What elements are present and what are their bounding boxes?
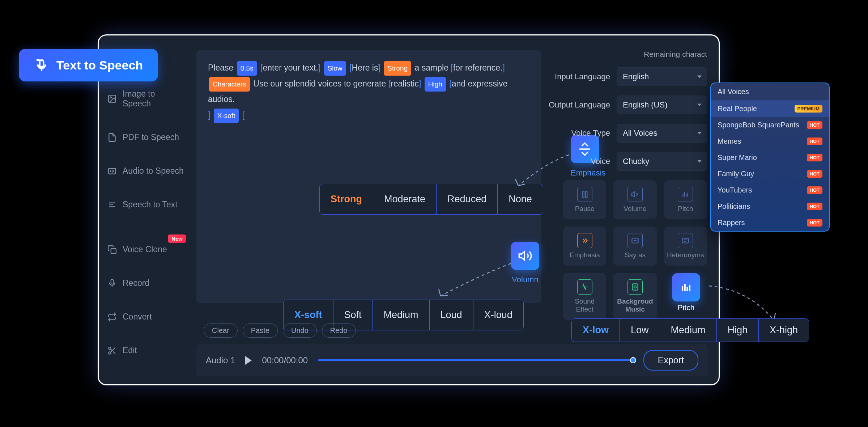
tool-icon: [577, 187, 592, 202]
high-chip[interactable]: High: [425, 77, 446, 92]
voice-item-real-people[interactable]: Real PeoplePREMIUM: [711, 101, 829, 117]
field-select-output-language[interactable]: English (US): [617, 96, 707, 114]
pitch-opt-low[interactable]: Low: [620, 319, 660, 342]
tool-sound-effect[interactable]: Sound Effect: [563, 273, 606, 320]
pitch-opt-high[interactable]: High: [717, 319, 759, 342]
voice-item-tag: HOT: [807, 121, 822, 129]
voice-item-tag: HOT: [807, 203, 822, 210]
export-button[interactable]: Export: [643, 350, 698, 371]
tool-volume[interactable]: Volume: [613, 180, 656, 219]
audio-name: Audio 1: [206, 355, 235, 365]
svg-point-6: [109, 352, 111, 354]
voice-dropdown-header[interactable]: All Voices: [711, 83, 829, 101]
tool-icon: [678, 187, 693, 202]
text-editor[interactable]: Please 0.5s [enter your text.] Slow [Her…: [196, 50, 541, 303]
voice-item-youtubers[interactable]: YouTubersHOT: [711, 182, 829, 198]
field-label: Voice Type: [545, 128, 610, 138]
chars-chip[interactable]: Characters: [209, 77, 250, 92]
sidebar-label: PDF to Speech: [123, 132, 179, 142]
strong-chip[interactable]: Strong: [384, 61, 411, 76]
voice-item-tag: HOT: [807, 138, 822, 145]
voice-item-politicians[interactable]: PoliticiansHOT: [711, 198, 829, 215]
bracket: ]: [318, 63, 320, 72]
field-select-voice-type[interactable]: All Voices: [617, 124, 707, 143]
tool-label: Heteronyms: [667, 251, 704, 259]
sidebar-item-convert[interactable]: Convert: [99, 305, 193, 328]
sidebar-item-voice-clone[interactable]: Voice Clone New: [99, 238, 193, 261]
tool-label: Volume: [616, 205, 654, 213]
clone-icon: [107, 245, 117, 254]
clear-button[interactable]: Clear: [204, 324, 238, 338]
slow-chip[interactable]: Slow: [324, 61, 346, 76]
voice-item-tag: HOT: [807, 170, 822, 178]
image-icon: [107, 94, 117, 103]
xsoft-chip[interactable]: X-soft: [214, 109, 239, 123]
voice-item-super-mario[interactable]: Super MarioHOT: [711, 149, 829, 166]
tool-pause[interactable]: Pause: [563, 180, 606, 219]
bracket: ]: [503, 63, 505, 72]
scissors-icon: [107, 346, 117, 355]
sidebar-item-edit[interactable]: Edit: [99, 339, 193, 362]
tool-label: Emphasis: [566, 251, 603, 259]
editor-text: a sample: [415, 63, 451, 72]
voice-item-tag: HOT: [807, 219, 822, 227]
emphasis-opt-moderate[interactable]: Moderate: [373, 184, 437, 214]
tool-emphasis[interactable]: Emphasis: [563, 227, 606, 266]
tool-icon: [627, 233, 643, 248]
seek-thumb[interactable]: [630, 357, 636, 363]
pitch-options: X-low Low Medium High X-high: [571, 318, 809, 342]
pitch-opt-xlow[interactable]: X-low: [572, 319, 620, 342]
voice-item-label: Rappers: [718, 219, 745, 227]
pitch-callout: Pitch: [672, 273, 700, 312]
stt-icon: [107, 200, 117, 210]
sidebar-item-audio-to-speech[interactable]: Audio to Speech: [99, 160, 193, 182]
svg-point-5: [109, 347, 111, 350]
voice-item-spongebob-squarepants[interactable]: SpongeBob SquarePantsHOT: [711, 117, 829, 133]
svg-rect-4: [111, 279, 114, 284]
svg-marker-11: [631, 191, 635, 197]
editor-text: enter your text.: [263, 63, 318, 72]
field-label: Output Language: [545, 100, 610, 110]
paste-button[interactable]: Paste: [243, 324, 278, 338]
field-select-voice[interactable]: Chucky: [617, 152, 707, 171]
editor-text: Here is: [352, 63, 378, 72]
text-to-speech-tag: Text to Speech: [19, 49, 158, 81]
pitch-opt-medium[interactable]: Medium: [660, 319, 717, 342]
sidebar-item-record[interactable]: Record: [99, 272, 193, 295]
voice-item-family-guy[interactable]: Family GuyHOT: [711, 166, 829, 182]
field-select-input-language[interactable]: English: [617, 67, 707, 86]
voice-item-label: Memes: [718, 137, 741, 145]
tool-icon: [577, 279, 592, 295]
svg-point-1: [110, 97, 111, 98]
voice-item-tag: PREMIUM: [795, 105, 822, 113]
sidebar-item-speech-to-text[interactable]: Speech to Text: [99, 193, 193, 216]
svg-rect-14: [632, 284, 638, 290]
svg-point-15: [634, 286, 637, 288]
emphasis-opt-reduced[interactable]: Reduced: [437, 184, 498, 214]
remaining-chars: Remaining charact: [545, 50, 707, 59]
bracket: ]: [208, 110, 210, 120]
svg-rect-16: [40, 60, 44, 67]
pitch-callout-icon[interactable]: [672, 273, 700, 301]
undo-button[interactable]: Undo: [283, 324, 317, 338]
pause-chip[interactable]: 0.5s: [237, 61, 257, 76]
sidebar-label: Voice Clone: [123, 245, 167, 254]
tool-backgroud-music[interactable]: Backgroud Music: [613, 273, 656, 320]
sidebar-label: Speech to Text: [123, 200, 178, 210]
tool-say-as[interactable]: Say as: [613, 227, 656, 266]
field-label: Voice: [545, 157, 610, 166]
sidebar-item-pdf-to-speech[interactable]: PDF to Speech: [99, 126, 193, 149]
voice-dropdown[interactable]: All Voices Real PeoplePREMIUMSpongeBob S…: [710, 83, 830, 232]
tool-pitch[interactable]: Pitch: [664, 180, 707, 219]
seek-track[interactable]: [318, 359, 633, 361]
play-button[interactable]: [245, 356, 252, 365]
pitch-opt-xhigh[interactable]: X-high: [759, 319, 809, 342]
redo-button[interactable]: Redo: [322, 324, 356, 338]
voice-item-memes[interactable]: MemesHOT: [711, 133, 829, 149]
voice-item-rappers[interactable]: RappersHOT: [711, 215, 829, 231]
sidebar-item-image-to-speech[interactable]: Image to Speech: [99, 83, 193, 115]
tool-heteronyms[interactable]: Heteronyms: [664, 227, 707, 266]
svg-rect-3: [111, 248, 116, 253]
editor-text: for reference.: [453, 63, 503, 72]
emphasis-opt-strong[interactable]: Strong: [320, 184, 373, 214]
